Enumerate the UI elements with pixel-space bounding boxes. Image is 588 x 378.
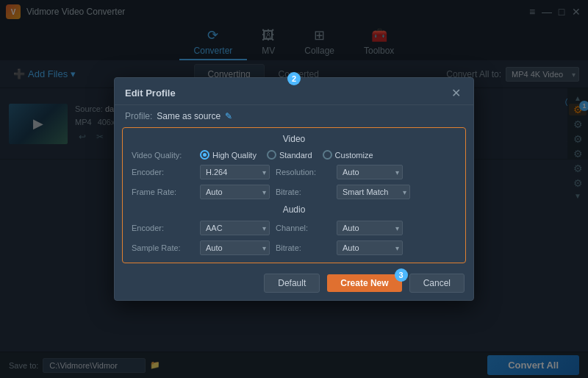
bitrate-col: Bitrate: Smart Match xyxy=(276,185,456,199)
encoder-select-wrapper[interactable]: H.264 xyxy=(200,165,270,179)
resolution-select-wrapper[interactable]: Auto xyxy=(337,165,403,179)
encoder-resolution-row: Encoder: H.264 Resolution: Auto xyxy=(132,165,456,179)
samplerate-audiobitrate-row: Sample Rate: Auto Bitrate: Auto xyxy=(132,240,456,255)
radio-standard-label: Standard xyxy=(279,151,312,160)
audio-encoder-select-wrapper[interactable]: AAC xyxy=(200,221,270,235)
radio-high-quality-dot xyxy=(203,153,207,157)
bitrate-select-wrapper[interactable]: Smart Match xyxy=(337,185,410,199)
modal-overlay: Edit Profile 2 ✕ Profile: Same as source… xyxy=(0,0,588,378)
dialog-buttons: Default Create New 3 Cancel xyxy=(115,269,473,300)
radio-high-quality-label: High Quality xyxy=(212,151,257,160)
video-quality-radio-group: High Quality Standard Customize xyxy=(200,150,373,160)
badge-3: 3 xyxy=(395,268,408,282)
create-new-button[interactable]: Create New 3 xyxy=(327,274,401,292)
encoder-select[interactable]: H.264 xyxy=(200,165,270,179)
video-quality-label: Video Quality: xyxy=(132,151,194,160)
sample-rate-label: Sample Rate: xyxy=(132,243,194,252)
dialog-profile-row: Profile: Same as source ✎ xyxy=(115,105,473,124)
resolution-select[interactable]: Auto xyxy=(337,165,403,179)
video-quality-row: Video Quality: High Quality Standard xyxy=(132,150,456,160)
radio-standard-circle xyxy=(267,150,276,160)
default-button[interactable]: Default xyxy=(264,274,320,293)
sample-rate-select-wrapper[interactable]: Auto xyxy=(200,240,270,255)
channel-select-wrapper[interactable]: Auto xyxy=(337,221,403,235)
radio-customize-circle xyxy=(323,150,332,160)
bitrate-label: Bitrate: xyxy=(276,188,331,196)
resolution-label: Resolution: xyxy=(276,168,331,176)
resolution-col: Resolution: Auto xyxy=(276,165,456,179)
audio-bitrate-col: Bitrate: Auto xyxy=(276,240,456,255)
encoder-label: Encoder: xyxy=(132,168,194,176)
video-audio-section: Video Video Quality: High Quality Standa… xyxy=(122,127,466,263)
profile-edit-icon[interactable]: ✎ xyxy=(225,111,232,121)
bitrate-select[interactable]: Smart Match xyxy=(337,185,410,199)
audio-section-title: Audio xyxy=(132,204,456,215)
framerate-bitrate-row: Frame Rate: Auto Bitrate: Smart Match xyxy=(132,185,456,199)
channel-label: Channel: xyxy=(276,224,331,232)
radio-standard[interactable]: Standard xyxy=(267,150,312,160)
radio-customize[interactable]: Customize xyxy=(323,150,373,160)
radio-high-quality-circle xyxy=(200,150,209,160)
profile-label: Profile: xyxy=(125,111,152,121)
audio-bitrate-select[interactable]: Auto xyxy=(337,240,403,255)
radio-customize-label: Customize xyxy=(335,151,373,160)
sample-rate-select[interactable]: Auto xyxy=(200,240,270,255)
edit-profile-dialog: Edit Profile 2 ✕ Profile: Same as source… xyxy=(114,77,474,301)
frame-rate-select[interactable]: Auto xyxy=(200,185,270,199)
frame-rate-select-wrapper[interactable]: Auto xyxy=(200,185,270,199)
dialog-close-button[interactable]: ✕ xyxy=(448,85,463,100)
video-section-title: Video xyxy=(132,134,456,144)
dialog-title: Edit Profile xyxy=(125,88,176,99)
channel-col: Channel: Auto xyxy=(276,221,456,235)
frame-rate-label: Frame Rate: xyxy=(132,188,194,196)
channel-select[interactable]: Auto xyxy=(337,221,403,235)
dialog-titlebar: Edit Profile 2 ✕ xyxy=(115,78,473,105)
badge-2: 2 xyxy=(287,72,301,85)
audio-encoder-select[interactable]: AAC xyxy=(200,221,270,235)
audio-encoder-channel-row: Encoder: AAC Channel: Auto xyxy=(132,221,456,235)
audio-bitrate-label: Bitrate: xyxy=(276,243,331,252)
profile-value: Same as source xyxy=(157,111,220,121)
cancel-button[interactable]: Cancel xyxy=(409,274,465,293)
audio-bitrate-select-wrapper[interactable]: Auto xyxy=(337,240,403,255)
create-new-label: Create New xyxy=(340,278,388,288)
radio-high-quality[interactable]: High Quality xyxy=(200,150,257,160)
audio-encoder-label: Encoder: xyxy=(132,224,194,232)
